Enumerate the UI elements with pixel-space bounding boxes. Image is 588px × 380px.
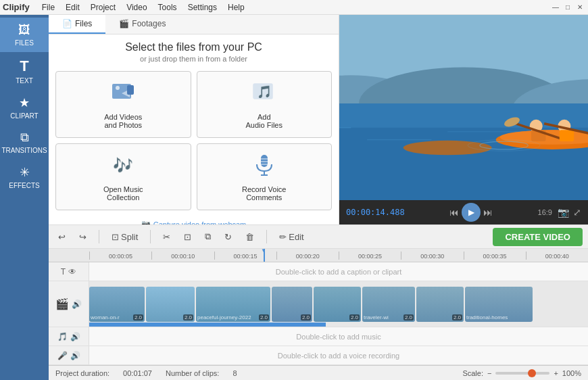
menu-settings[interactable]: Settings xyxy=(182,1,222,14)
music-hint: Double-click to add music xyxy=(296,333,381,341)
maximize-button[interactable]: □ xyxy=(562,2,573,13)
music-track-icon[interactable]: 🎵 xyxy=(57,332,68,341)
voice-track-controls: 🎤 🔊 xyxy=(49,346,89,364)
open-music-button[interactable]: 🎶 Open MusicCollection xyxy=(55,143,191,210)
text-icon: T xyxy=(20,57,28,75)
cut-button[interactable]: ✂ xyxy=(159,230,174,244)
ruler-marks: 00:00:05 00:00:10 00:00:15 00:00:20 00:0… xyxy=(89,252,588,260)
footages-tab-label: Footages xyxy=(132,19,166,28)
voice-track-content: Double-click to add a voice recording xyxy=(89,346,588,364)
minimize-button[interactable]: — xyxy=(550,2,561,13)
clip-6[interactable]: traveler-wi 2.0 xyxy=(362,287,415,322)
menu-project[interactable]: Project xyxy=(85,1,121,14)
content-area: 📄 Files 🎬 Footages Select the files from… xyxy=(49,15,588,380)
rotate-button[interactable]: ↻ xyxy=(220,230,236,244)
video-track-icon[interactable]: 🎬 xyxy=(55,298,69,310)
preview-video xyxy=(339,15,588,200)
svg-point-32 xyxy=(403,141,492,155)
snapshot-icon[interactable]: 📷 xyxy=(558,207,569,218)
volume-track-icon[interactable]: 🔊 xyxy=(72,300,82,309)
caption-track-controls: T 👁 xyxy=(49,262,89,281)
tab-files[interactable]: 📄 Files xyxy=(49,15,105,34)
panel-subtitle: or just drop them in from a folder xyxy=(140,55,247,63)
sidebar-item-clipart[interactable]: ★ CLIPART xyxy=(0,90,49,125)
music-track-controls: 🎵 🔊 xyxy=(49,327,89,346)
open-music-icon: 🎶 xyxy=(111,152,135,181)
video-clips: woman-on-r 2.0 2.0 peaceful-journey-2022… xyxy=(89,284,533,325)
close-button[interactable]: ✕ xyxy=(574,2,585,13)
transitions-icon: ⧉ xyxy=(20,130,29,145)
top-section: 📄 Files 🎬 Footages Select the files from… xyxy=(49,15,588,224)
redo-button[interactable]: ↪ xyxy=(75,230,91,244)
text-track-icon[interactable]: T xyxy=(61,267,66,277)
skip-forward-button[interactable]: ⏭ xyxy=(483,207,493,218)
sidebar-item-text[interactable]: T TEXT xyxy=(0,52,49,90)
play-button[interactable]: ▶ xyxy=(462,203,481,222)
clipart-icon: ★ xyxy=(19,95,30,110)
clip-2-duration: 2.0 xyxy=(183,314,193,320)
clip-3[interactable]: peaceful-journey-2022 2.0 xyxy=(196,287,270,322)
ruler-mark-0: 00:00:05 xyxy=(89,252,151,260)
clip-1[interactable]: woman-on-r 2.0 xyxy=(89,287,145,322)
kayak-scene xyxy=(339,15,588,200)
crop-button[interactable]: ⊡ xyxy=(180,230,195,244)
panel-tabs: 📄 Files 🎬 Footages xyxy=(49,15,339,34)
action-grid: Add Videosand Photos 🎵 AddAudio Files xyxy=(55,71,332,210)
voice-hint: Double-click to add a voice recording xyxy=(278,352,399,360)
copy-button[interactable]: ⧉ xyxy=(201,229,215,244)
svg-rect-7 xyxy=(261,155,268,167)
scale-control: Scale: − + 100% xyxy=(462,369,581,377)
delete-button[interactable]: 🗑 xyxy=(241,230,258,244)
menu-tools[interactable]: Tools xyxy=(153,1,182,14)
split-button[interactable]: ⊡ Split xyxy=(107,230,142,244)
sidebar-item-transitions[interactable]: ⧉ TRANSITIONS xyxy=(0,125,49,160)
menu-help[interactable]: Help xyxy=(222,1,250,14)
clip-5[interactable]: 2.0 xyxy=(314,287,361,322)
toolbar: ↩ ↪ ⊡ Split ✂ ⊡ ⧉ ↻ 🗑 ✏ Edit CREATE VIDE… xyxy=(49,224,588,249)
eye-track-icon[interactable]: 👁 xyxy=(68,267,76,277)
add-audio-icon: 🎵 xyxy=(252,80,276,109)
create-video-button[interactable]: CREATE VIDEO xyxy=(493,228,583,246)
scale-label: Scale: xyxy=(462,369,483,377)
clip-5-duration: 2.0 xyxy=(349,314,360,320)
scale-slider[interactable] xyxy=(495,372,549,375)
preview-panel: 00:00:14.488 ⏮ ▶ ⏭ 16:9 📷 ⤢ xyxy=(339,15,588,224)
ruler-mark-2: 00:00:15 xyxy=(214,252,276,260)
voice-track-icon[interactable]: 🎤 xyxy=(57,351,68,360)
edit-button[interactable]: ✏ Edit xyxy=(275,230,308,244)
add-audio-button[interactable]: 🎵 AddAudio Files xyxy=(197,71,333,138)
scale-minus-icon[interactable]: − xyxy=(487,369,491,377)
toolbar-separator-2 xyxy=(150,230,151,243)
clip-2[interactable]: 2.0 xyxy=(146,287,195,322)
sidebar-item-effects[interactable]: ✳ EFFECTS xyxy=(0,160,49,195)
record-voice-button[interactable]: Record VoiceComments xyxy=(197,143,333,210)
fullscreen-icon[interactable]: ⤢ xyxy=(573,207,581,218)
menu-video[interactable]: Video xyxy=(121,1,152,14)
music-volume-icon[interactable]: 🔊 xyxy=(70,332,80,341)
timeline-ruler: 00:00:05 00:00:10 00:00:15 00:00:20 00:0… xyxy=(49,249,588,262)
clip-7[interactable]: 2.0 xyxy=(416,287,464,322)
voice-track: 🎤 🔊 Double-click to add a voice recordin… xyxy=(49,346,588,365)
scale-plus-icon[interactable]: + xyxy=(554,369,558,377)
statusbar: Project duration: 00:01:07 Number of cli… xyxy=(49,365,588,380)
menu-edit[interactable]: Edit xyxy=(60,1,85,14)
scale-slider-thumb[interactable] xyxy=(528,369,536,377)
add-audio-label: AddAudio Files xyxy=(246,113,283,129)
skip-back-button[interactable]: ⏮ xyxy=(449,207,459,218)
svg-point-1 xyxy=(116,86,120,90)
menu-file[interactable]: File xyxy=(36,1,60,14)
timeline-tracks: T 👁 Double-click to add a caption or cli… xyxy=(49,262,588,365)
add-videos-button[interactable]: Add Videosand Photos xyxy=(55,71,191,138)
tab-footages[interactable]: 🎬 Footages xyxy=(105,15,179,34)
undo-button[interactable]: ↩ xyxy=(54,230,70,244)
clip-8[interactable]: traditional-homes xyxy=(465,287,533,322)
voice-volume-icon[interactable]: 🔊 xyxy=(70,351,80,360)
clip-4[interactable]: 2.0 xyxy=(272,287,312,322)
sidebar: 🖼 FILES T TEXT ★ CLIPART ⧉ TRANSITIONS ✳… xyxy=(0,15,49,380)
files-icon: 🖼 xyxy=(18,23,30,37)
sidebar-item-files[interactable]: 🖼 FILES xyxy=(0,18,49,52)
record-voice-label: Record VoiceComments xyxy=(242,185,286,201)
clips-count: 8 xyxy=(232,369,237,377)
timeline-playhead[interactable] xyxy=(264,249,265,262)
edit-label: Edit xyxy=(289,232,303,242)
